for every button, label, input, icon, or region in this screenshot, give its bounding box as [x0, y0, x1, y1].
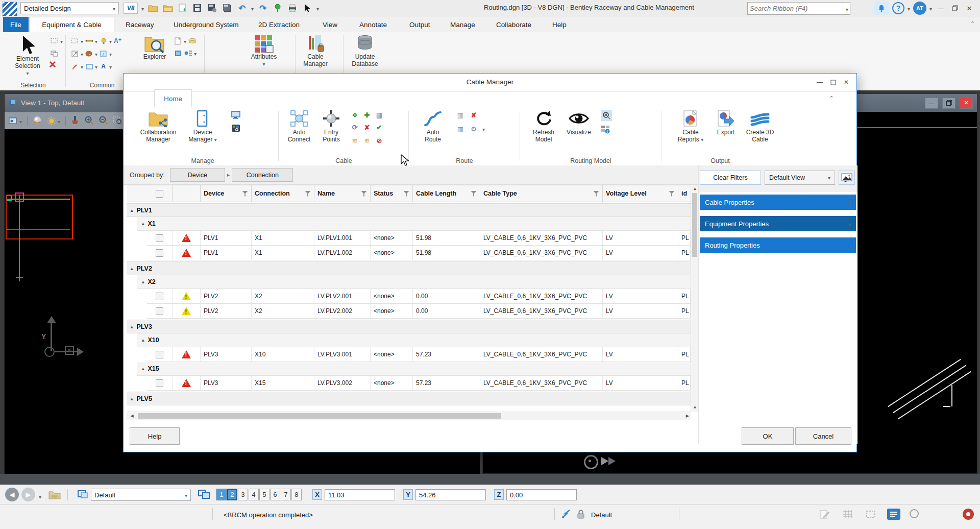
scale-icon[interactable]	[70, 50, 79, 58]
accept-icon[interactable]: ✔	[375, 123, 384, 131]
element-selection-button[interactable]: Element Selection	[7, 35, 48, 77]
selection-method-icon[interactable]	[50, 50, 59, 57]
close-button[interactable]: ✕	[964, 3, 975, 14]
collapse-icon[interactable]: ▴	[131, 266, 133, 271]
monitor-icon[interactable]	[231, 111, 240, 119]
measure-icon[interactable]	[85, 37, 93, 45]
tab-collaborate[interactable]: Collaborate	[489, 17, 538, 32]
filter-icon[interactable]	[593, 191, 599, 197]
annotation-icon[interactable]: A	[99, 63, 108, 70]
view-toggle-1[interactable]: 1	[216, 489, 227, 500]
group-row[interactable]: ▴PLV3	[127, 320, 691, 333]
chevron-down-icon[interactable]	[39, 492, 41, 501]
control-panel-icon[interactable]	[231, 124, 240, 132]
model-select[interactable]: Default	[91, 489, 191, 501]
save-all-icon[interactable]	[222, 3, 233, 14]
scrollbar-thumb[interactable]	[692, 193, 697, 257]
cable-manager-button[interactable]: Cable Manager	[300, 34, 331, 68]
problems-indicator-icon[interactable]	[963, 509, 974, 520]
sheet-icon[interactable]	[174, 37, 182, 45]
horizontal-scrollbar[interactable]: ◀ ▶	[127, 412, 691, 420]
view-close-button[interactable]: ✕	[960, 98, 973, 109]
items-stack-icon[interactable]	[188, 37, 197, 45]
notifications-button[interactable]	[874, 2, 889, 15]
visualize-button[interactable]: Visualize	[564, 110, 594, 136]
group-row[interactable]: ▴PLV1	[127, 203, 691, 217]
view-toggle-8[interactable]: 8	[291, 489, 302, 500]
zoom-out-button[interactable]	[99, 115, 108, 127]
view-next-button[interactable]: ▶	[21, 488, 35, 501]
header-id[interactable]: id	[678, 185, 691, 202]
cable-reports-button[interactable]: Cable Reports	[674, 110, 707, 143]
saved-views-button[interactable]	[839, 171, 855, 185]
light-icon[interactable]	[99, 37, 108, 45]
window-area-button[interactable]	[113, 115, 122, 127]
clear-filters-button[interactable]: Clear Filters	[700, 171, 761, 185]
message-center-button[interactable]	[887, 509, 900, 520]
tab-help[interactable]: Help	[545, 17, 574, 32]
tab-raceway[interactable]: Raceway	[118, 17, 161, 32]
scroll-down-icon[interactable]: ▼	[691, 405, 699, 410]
dialog-titlebar[interactable]: Cable Manager — ✕	[124, 74, 856, 92]
search-options-icon[interactable]	[843, 2, 851, 15]
ribbon-collapse-icon[interactable]: ⌃	[970, 20, 975, 27]
route-partial-icon[interactable]: ▥	[456, 125, 465, 133]
dialog-maximize-button[interactable]	[828, 77, 838, 87]
save-settings-icon[interactable]	[207, 3, 218, 14]
ok-button[interactable]: OK	[742, 427, 794, 445]
help-button[interactable]: ?	[892, 2, 904, 14]
chevron-down-icon[interactable]	[482, 124, 485, 133]
validate-connect-icon[interactable]: ❖	[350, 111, 359, 119]
clear-selection-icon[interactable]: ✕	[48, 59, 57, 70]
dialog-close-button[interactable]: ✕	[841, 77, 851, 87]
update-database-button[interactable]: Update Database	[348, 34, 382, 68]
section-equipment-properties[interactable]: Equipment Properties	[700, 216, 856, 231]
z-coordinate-input[interactable]	[506, 489, 577, 500]
header-name[interactable]: Name	[314, 185, 371, 202]
chevron-down-icon[interactable]	[109, 36, 112, 45]
cancel-button[interactable]: Cancel	[795, 427, 851, 445]
table-row[interactable]: PLV3X15LV.PLV3.002<none>57.23LV_CABLE_0,…	[147, 376, 691, 391]
y-coordinate-input[interactable]	[415, 489, 486, 500]
chevron-down-icon[interactable]	[81, 62, 83, 71]
chevron-down-icon[interactable]	[251, 4, 254, 13]
grid-lock-icon[interactable]	[842, 509, 853, 521]
group-row[interactable]: ▴PLV2	[127, 261, 691, 275]
dialog-collapse-icon[interactable]: ⌃	[829, 95, 834, 102]
scrollbar-thumb[interactable]	[138, 413, 501, 419]
shape-icon[interactable]	[85, 63, 93, 70]
help-button[interactable]: Help	[130, 427, 180, 445]
view-toggle-3[interactable]: 3	[238, 489, 248, 500]
chevron-down-icon[interactable]	[95, 49, 97, 58]
delete-cable-icon[interactable]: ✘	[362, 123, 372, 131]
route-settings-icon[interactable]: ⚙	[469, 125, 478, 133]
filter-icon[interactable]	[403, 191, 409, 197]
table-row[interactable]: PLV1X1LV.PLV1.001<none>51.98LV_CABLE_0,6…	[147, 231, 691, 246]
print-icon[interactable]	[287, 3, 298, 14]
status-globe-icon[interactable]	[910, 509, 919, 518]
scroll-left-icon[interactable]: ◀	[128, 414, 136, 418]
snap-mode-icon[interactable]	[561, 509, 573, 521]
fence-icon[interactable]	[70, 37, 79, 45]
view-groups-icon[interactable]	[198, 489, 211, 502]
group-key-device[interactable]: Device	[170, 168, 225, 182]
view-toggle-4[interactable]: 4	[249, 489, 259, 500]
attributes-button[interactable]: Attributes	[242, 34, 285, 68]
auto-route-button[interactable]: Auto Route	[418, 110, 448, 143]
row-checkbox[interactable]	[156, 379, 163, 387]
table-row[interactable]: PLV3X10LV.PLV3.001<none>57.23LV_CABLE_0,…	[147, 347, 691, 362]
delete-route-icon[interactable]: ✘	[469, 111, 478, 119]
undo-icon[interactable]: ↶	[236, 3, 248, 14]
open-folder-alt-icon[interactable]	[162, 3, 174, 14]
dialog-tab-home[interactable]: Home	[154, 89, 192, 107]
route-segments-icon[interactable]: ▥	[456, 111, 465, 119]
redo-icon[interactable]: ↷	[257, 3, 268, 14]
add-cable-icon[interactable]: ✚	[362, 111, 372, 119]
group-key-connection[interactable]: Connection	[232, 168, 293, 182]
chevron-down-icon[interactable]	[81, 36, 83, 45]
remove-connection-icon[interactable]: ⊘	[375, 136, 384, 145]
cell-icon[interactable]: ♪	[99, 50, 108, 58]
view-restore-button[interactable]	[942, 98, 955, 109]
workflow-select[interactable]: Detailed Design	[20, 2, 119, 14]
more-tools-icon[interactable]	[316, 4, 319, 13]
